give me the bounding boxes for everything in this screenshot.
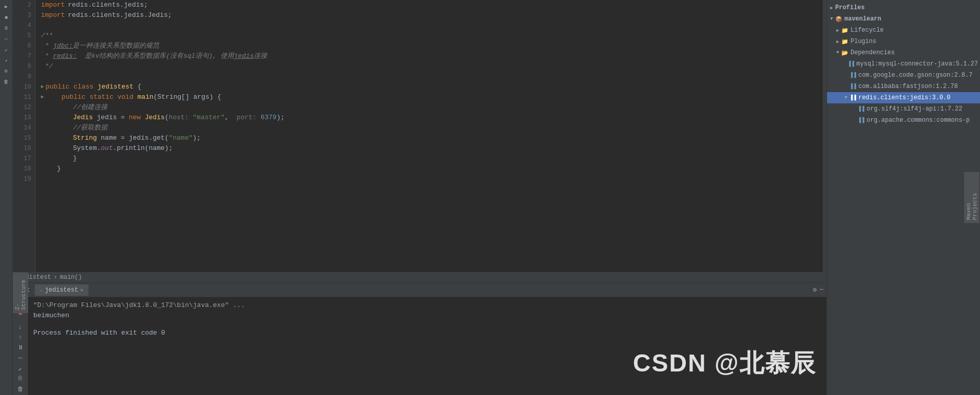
run-trash-btn[interactable]: 🗑 (15, 385, 26, 393)
editor-area: 2 3 4 5 6 7 8 9 10 11 12 13 14 15 16 17 … (13, 0, 826, 395)
line-num-8: 8 (17, 61, 31, 72)
code-line-4 (41, 20, 817, 31)
code-line-10: ▶ public class jedistest { (41, 82, 817, 92)
maven-tree[interactable]: ▶ Profiles ▼ 📦 mavenlearn ▶ 📁 Lifecycle … (827, 0, 980, 395)
breadcrumb-separator: › (54, 274, 57, 281)
code-line-13: Jedis jedis = new Jedis ( host: "master"… (41, 113, 817, 123)
left-tool-6[interactable]: ↗ (2, 56, 11, 65)
dep3-label: com.alibaba:fastjson:1.2.78 (858, 83, 957, 90)
dep1-label: mysql:mysql-connector-java:5.1.27 (856, 60, 978, 68)
run-down-btn[interactable]: ↓ (15, 323, 26, 332)
dep4-2-icon: ▐▐ (858, 117, 864, 123)
code-line-14: //获取数据 (41, 123, 817, 133)
profiles-label: Profiles (835, 4, 865, 11)
line-num-17: 17 (17, 153, 31, 164)
line-num-15: 15 (17, 133, 31, 143)
left-tool-7[interactable]: ⚙ (2, 67, 11, 76)
dep4-2-label: org.apache.commons:commons-p (866, 117, 970, 124)
breadcrumb: jedistest › main() (13, 272, 826, 282)
run-up-btn[interactable]: ↑ (15, 334, 26, 342)
dep4-1-icon: ▐▐ (858, 106, 864, 112)
lifecycle-label: Lifecycle (851, 27, 884, 34)
code-line-17: } (41, 153, 817, 164)
run-command-line: "D:\Program Files\Java\jdk1.8.0_172\bin\… (33, 300, 821, 311)
plugins-icon: 📁 (841, 38, 848, 45)
run-content: ▶ ■ ↓ ↑ ⏸ ↔ ↙ ⎘ 🗑 "D:\Program Files\Java… (13, 297, 826, 395)
code-line-3: import redis.clients.jedis.Jedis; (41, 10, 817, 20)
left-tool-4[interactable]: ↔ (2, 34, 11, 43)
tree-item-dependencies[interactable]: ▼ 📂 Dependencies (827, 47, 980, 58)
code-editor: 2 3 4 5 6 7 8 9 10 11 12 13 14 15 16 17 … (13, 0, 826, 272)
tree-item-dep2[interactable]: ▶ ▐▐ com.google.code.gson:gson:2.8.7 (827, 70, 980, 81)
dep4-arrow: ▼ (843, 95, 848, 100)
line-num-9: 9 (17, 72, 31, 82)
breadcrumb-method: main() (60, 274, 82, 281)
tree-item-dep4-2[interactable]: ▶ ▐▐ org.apache.commons:commons-p (827, 115, 980, 126)
code-line-6: * jdbc: 是一种连接关系型数据的规范 (41, 41, 817, 51)
run-arrow-10[interactable]: ▶ (41, 82, 44, 92)
line-num-4: 4 (17, 20, 31, 31)
plugins-arrow: ▶ (835, 39, 840, 44)
line-num-12: 12 (17, 102, 31, 113)
line2-import: import (41, 0, 65, 10)
run-wrap-btn[interactable]: ↔ (15, 354, 26, 362)
run-tab-jedistest[interactable]: ☕ jedistest ✕ (35, 284, 89, 296)
tree-item-dep3[interactable]: ▶ ▐▐ com.alibaba:fastjson:1.2.78 (827, 81, 980, 92)
run-tab-name: jedistest (45, 287, 78, 294)
tree-item-dep4-1[interactable]: ▶ ▐▐ org.slf4j:slf4j-api:1.7.22 (827, 103, 980, 115)
left-side-toolbar: ▶ ■ ⏸ ↔ ↙ ↗ ⚙ 🗑 (0, 0, 13, 395)
tree-item-dep4[interactable]: ▼ ▐▐ redis.clients:jedis:3.0.0 (827, 92, 980, 103)
run-tab-close[interactable]: ✕ (80, 287, 83, 293)
code-line-16: System. out .println(name); (41, 143, 817, 153)
run-tab-icon: ☕ (40, 287, 43, 293)
code-line-18: } (41, 164, 817, 174)
code-line-8: */ (41, 61, 817, 72)
line-num-6: 6 (17, 41, 31, 51)
lifecycle-arrow: ▶ (835, 28, 840, 33)
dep4-1-label: org.slf4j:slf4j-api:1.7.22 (866, 105, 962, 113)
run-tab-actions: ⚙ — (813, 286, 823, 294)
run-prev-btn[interactable]: ↙ (15, 364, 26, 372)
run-settings-icon[interactable]: ⚙ (813, 286, 817, 294)
code-content[interactable]: import redis.clients.jedis; import redis… (36, 0, 822, 272)
editor-scrollbar[interactable] (822, 0, 826, 272)
dep2-label: com.google.code.gson:gson:2.8.7 (858, 72, 972, 79)
maven-panel: ▶ Profiles ▼ 📦 mavenlearn ▶ 📁 Lifecycle … (826, 0, 980, 395)
run-minimize-icon[interactable]: — (820, 286, 823, 294)
run-pause-btn[interactable]: ⏸ (15, 344, 26, 352)
code-line-12: //创建连接 (41, 102, 817, 113)
plugins-label: Plugins (851, 38, 876, 45)
left-tool-3[interactable]: ⏸ (2, 24, 11, 33)
run-output-1: beimuchen (33, 311, 821, 321)
dep1-icon: ▐▐ (847, 61, 854, 67)
run-output-exit: Process finished with exit code 0 (33, 328, 821, 338)
code-line-2: import redis.clients.jedis; (41, 0, 817, 10)
tree-item-plugins[interactable]: ▶ 📁 Plugins (827, 36, 980, 47)
left-tool-8[interactable]: 🗑 (2, 77, 11, 86)
dep3-icon: ▐▐ (850, 83, 856, 90)
tree-item-dep1[interactable]: ▶ ▐▐ mysql:mysql-connector-java:5.1.27 (827, 58, 980, 70)
run-copy-btn[interactable]: ⎘ (15, 375, 26, 383)
left-tool-5[interactable]: ↙ (2, 45, 11, 54)
tree-item-lifecycle[interactable]: ▶ 📁 Lifecycle (827, 25, 980, 36)
line-num-14: 14 (17, 123, 31, 133)
line-num-7: 7 (17, 51, 31, 61)
left-tool-2[interactable]: ■ (2, 13, 11, 22)
lifecycle-icon: 📁 (841, 27, 848, 34)
dependencies-arrow: ▼ (835, 50, 840, 55)
z-structure-tab[interactable]: Z-Structure (13, 272, 28, 313)
run-output: "D:\Program Files\Java\jdk1.8.0_172\bin\… (28, 297, 826, 395)
tree-item-mavenlearn[interactable]: ▼ 📦 mavenlearn (827, 13, 980, 25)
line-num-5: 5 (17, 31, 31, 41)
maven-side-tab[interactable]: Maven Projects (964, 172, 980, 223)
tree-item-profiles[interactable]: ▶ Profiles (827, 2, 980, 13)
code-line-7: * redis: 是kv结构的非关系型数据库(没有sql语句), 使用 jedi… (41, 51, 817, 61)
dep2-icon: ▐▐ (850, 72, 856, 78)
run-arrow-11[interactable]: ▶ (41, 92, 44, 102)
line-num-19: 19 (17, 174, 31, 184)
dep4-icon: ▐▐ (850, 95, 856, 101)
line-numbers: 2 3 4 5 6 7 8 9 10 11 12 13 14 15 16 17 … (13, 0, 36, 272)
left-tool-1[interactable]: ▶ (2, 2, 11, 11)
line-num-10: 10 (17, 82, 31, 92)
line-num-13: 13 (17, 113, 31, 123)
